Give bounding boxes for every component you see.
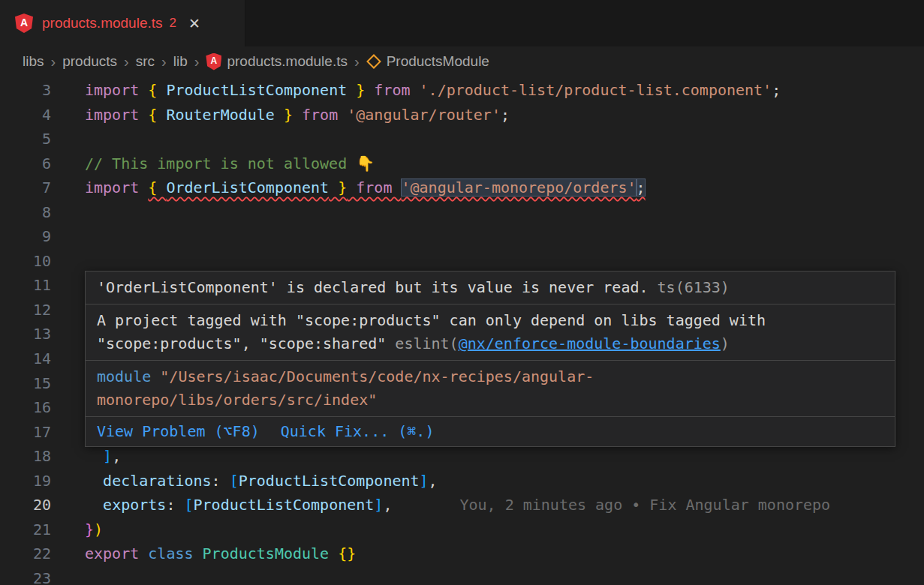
editor-tab-products-module[interactable]: A products.module.ts 2 ✕ — [0, 0, 245, 46]
tab-problems-badge: 2 — [170, 16, 176, 31]
angular-file-icon: A — [206, 53, 221, 70]
line-number[interactable]: 9 — [0, 224, 51, 249]
code-token: , — [383, 496, 392, 514]
code-line[interactable]: 19 declarations: [ProductListComponent], — [0, 469, 924, 494]
code-token: 👇 — [356, 154, 375, 172]
line-number[interactable]: 12 — [0, 298, 51, 322]
quick-fix-link[interactable]: Quick Fix... (⌘.) — [281, 420, 435, 443]
line-number[interactable]: 14 — [0, 346, 51, 371]
code-line[interactable]: 8 — [0, 200, 924, 225]
code-line-content[interactable]: ], — [85, 444, 121, 469]
code-editor[interactable]: 3import { ProductListComponent } from '.… — [0, 76, 924, 585]
line-number[interactable]: 7 — [0, 176, 51, 200]
tab-close-icon[interactable]: ✕ — [188, 15, 200, 32]
hover-messages: 'OrderListComponent' is declared but its… — [86, 272, 895, 417]
code-line[interactable]: 3import { ProductListComponent } from '.… — [0, 78, 924, 103]
line-number[interactable]: 19 — [0, 469, 51, 494]
chevron-separator-icon: › — [354, 53, 360, 70]
eslint-rule-link[interactable]: @nx/enforce-module-boundaries — [459, 334, 721, 352]
breadcrumb-symbol-label: ProductsModule — [387, 53, 489, 70]
code-line-content[interactable]: // This import is not allowed 👇 — [85, 152, 375, 176]
breadcrumb-item-src[interactable]: src — [136, 53, 155, 70]
line-number[interactable]: 22 — [0, 542, 51, 566]
hover-text: "/Users/isaac/Documents/code/nx-recipes/… — [160, 368, 594, 386]
code-token: , — [112, 447, 121, 465]
code-token: ProductsModule — [203, 544, 330, 562]
code-token — [85, 496, 103, 514]
breadcrumb-item-libs[interactable]: libs — [23, 53, 44, 70]
line-number[interactable]: 10 — [0, 249, 51, 274]
hover-message-section: 'OrderListComponent' is declared but its… — [86, 272, 895, 304]
code-token: {} — [338, 544, 356, 562]
line-number[interactable]: 15 — [0, 371, 51, 396]
chevron-separator-icon: › — [194, 53, 200, 70]
code-line[interactable]: 7import { OrderListComponent } from '@an… — [0, 176, 924, 200]
code-line[interactable]: 23 — [0, 566, 924, 585]
code-token: ProductListComponent — [194, 496, 375, 514]
code-line-content[interactable]: }) — [85, 518, 103, 542]
line-number[interactable]: 8 — [0, 200, 51, 225]
chevron-separator-icon: › — [124, 53, 129, 70]
code-token: import — [85, 106, 148, 124]
code-line[interactable]: 22export class ProductsModule {} — [0, 542, 924, 566]
code-token: export — [85, 544, 148, 562]
line-number[interactable]: 4 — [0, 103, 51, 128]
code-line-content[interactable]: exports: [ProductListComponent],You, 2 m… — [85, 493, 830, 518]
hover-message-line: module "/Users/isaac/Documents/code/nx-r… — [97, 365, 883, 388]
code-token: [ — [230, 472, 239, 490]
line-number[interactable]: 21 — [0, 518, 51, 542]
code-line-content[interactable]: import { RouterModule } from '@angular/r… — [85, 103, 510, 128]
line-number[interactable]: 23 — [0, 566, 51, 585]
hover-message-line: "scope:products", "scope:shared" eslint(… — [97, 332, 883, 356]
line-number[interactable]: 16 — [0, 395, 51, 420]
code-token: class — [148, 544, 202, 562]
code-line[interactable]: 20 exports: [ProductListComponent],You, … — [0, 493, 924, 518]
hover-actions: View Problem (⌥F8) Quick Fix... (⌘.) — [86, 417, 895, 446]
line-number[interactable]: 18 — [0, 444, 51, 469]
tab-title: products.module.ts — [42, 15, 163, 32]
line-number[interactable]: 13 — [0, 322, 51, 346]
hover-text: "scope:products", "scope:shared" — [97, 334, 395, 352]
code-line-content[interactable]: export class ProductsModule {} — [85, 542, 356, 566]
view-problem-link[interactable]: View Problem (⌥F8) — [97, 420, 260, 443]
code-token: '@angular/router' — [347, 106, 501, 124]
line-number[interactable]: 20 — [0, 493, 51, 518]
line-number[interactable]: 5 — [0, 127, 51, 152]
code-line-content[interactable]: declarations: [ProductListComponent], — [85, 469, 438, 494]
code-line[interactable]: 4import { RouterModule } from '@angular/… — [0, 103, 924, 128]
code-line[interactable]: 5 — [0, 127, 924, 152]
code-token: './product-list/product-list.component' — [420, 81, 772, 99]
code-line-content[interactable]: import { ProductListComponent } from './… — [85, 78, 781, 103]
code-line[interactable]: 18 ], — [0, 444, 924, 469]
code-line[interactable]: 9 — [0, 224, 924, 249]
code-token: from — [365, 81, 419, 99]
code-token — [329, 544, 338, 562]
chevron-separator-icon: › — [161, 53, 167, 70]
code-line[interactable]: 21}) — [0, 518, 924, 542]
code-line[interactable]: 10 — [0, 249, 924, 274]
code-line[interactable]: 6// This import is not allowed 👇 — [0, 152, 924, 176]
code-token: ] — [103, 447, 112, 465]
git-blame-annotation: You, 2 minutes ago • Fix Angular monorep… — [459, 496, 830, 514]
hover-text: 'OrderListComponent' is declared but its… — [97, 278, 649, 296]
line-number[interactable]: 17 — [0, 420, 51, 445]
hover-text: ts(6133) — [649, 278, 730, 296]
breadcrumb-item-symbol[interactable]: ProductsModule — [366, 53, 489, 70]
code-token: [ — [184, 496, 193, 514]
line-number[interactable]: 3 — [0, 78, 51, 103]
breadcrumb-item-products[interactable]: products — [62, 53, 117, 70]
code-token: ; — [772, 81, 781, 99]
breadcrumb-file-label: products.module.ts — [227, 53, 348, 70]
code-token: ] — [374, 496, 383, 514]
breadcrumb-item-file[interactable]: A products.module.ts — [206, 53, 348, 70]
code-token: '@angular-monorepo/orders' — [401, 178, 636, 196]
breadcrumb-item-lib[interactable]: lib — [173, 53, 188, 70]
code-line-content[interactable]: import { OrderListComponent } from '@ang… — [85, 176, 646, 200]
line-number[interactable]: 11 — [0, 273, 51, 298]
code-token: } — [275, 106, 293, 124]
code-token: ) — [94, 520, 103, 538]
code-token: ; — [637, 178, 646, 196]
code-token: } — [347, 81, 365, 99]
line-number[interactable]: 6 — [0, 152, 51, 176]
code-token: ProductListComponent — [166, 81, 347, 99]
